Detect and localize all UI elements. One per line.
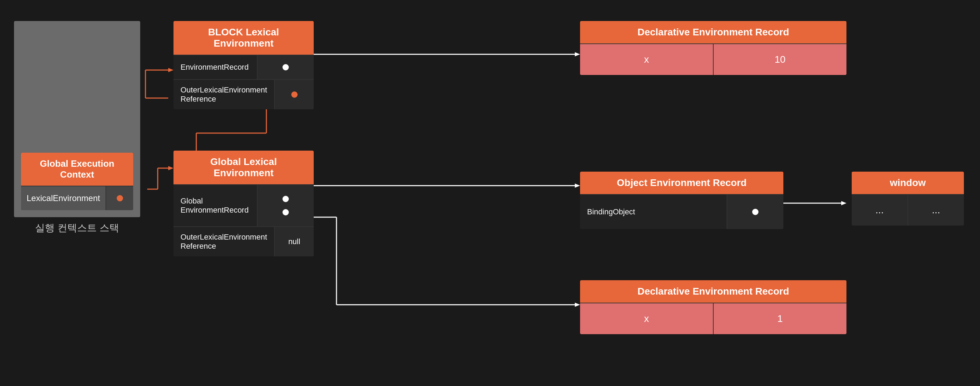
declarative-record-2-col1: x [580, 303, 714, 334]
declarative-record-1-row: x 10 [580, 43, 846, 75]
object-env-row: BindingObject [580, 194, 783, 229]
svg-marker-15 [575, 303, 580, 307]
block-env-record-row: EnvironmentRecord [173, 55, 314, 79]
exec-stack-label: 실행 컨텍스트 스택 [35, 221, 119, 235]
declarative-record-1-header: Declarative Environment Record [580, 21, 846, 43]
declarative-record-2-col2: 1 [714, 303, 846, 334]
global-env-record-label: Global EnvironmentRecord [173, 185, 258, 226]
svg-marker-3 [168, 166, 173, 170]
declarative-record-2: Declarative Environment Record x 1 [580, 280, 846, 334]
svg-marker-21 [168, 68, 173, 72]
object-env-dot [752, 209, 759, 215]
svg-marker-11 [575, 184, 580, 188]
global-lexical-header: Global Lexical Environment [173, 151, 314, 184]
block-env-record-label: EnvironmentRecord [173, 56, 258, 79]
exec-context-value [106, 186, 133, 210]
window-row: ... ... [852, 194, 964, 226]
exec-context-header: Global Execution Context [21, 153, 133, 186]
declarative-record-2-row: x 1 [580, 303, 846, 334]
exec-stack: Global Execution Context LexicalEnvironm… [14, 21, 140, 217]
global-env-top-dot [283, 196, 289, 202]
global-lexical-env: Global Lexical Environment Global Enviro… [173, 151, 314, 256]
block-lexical-header: BLOCK Lexical Environment [173, 21, 314, 55]
object-env-label: BindingObject [580, 195, 727, 229]
exec-context-label: LexicalEnvironment [21, 186, 106, 210]
global-env-record-row: Global EnvironmentRecord [173, 184, 314, 226]
global-outer-label: OuterLexicalEnvironment Reference [173, 227, 275, 256]
window-box: window ... ... [852, 172, 964, 226]
object-env-record: Object Environment Record BindingObject [580, 172, 783, 229]
block-outer-row: OuterLexicalEnvironment Reference [173, 79, 314, 109]
global-outer-value: null [275, 227, 314, 256]
block-lexical-env: BLOCK Lexical Environment EnvironmentRec… [173, 21, 314, 109]
window-header: window [852, 172, 964, 194]
block-outer-value [275, 80, 314, 109]
block-outer-label: OuterLexicalEnvironment Reference [173, 80, 275, 109]
block-outer-dot [291, 91, 298, 98]
block-env-record-value [258, 56, 314, 79]
global-env-bottom-dot [283, 209, 289, 215]
window-col1: ... [852, 195, 908, 226]
exec-context-box: Global Execution Context LexicalEnvironm… [21, 153, 133, 210]
lexical-env-dot [117, 195, 123, 202]
block-env-record-dot [283, 64, 289, 70]
global-outer-row: OuterLexicalEnvironment Reference null [173, 226, 314, 256]
object-env-value [727, 195, 783, 229]
declarative-record-1-col2: 10 [714, 44, 846, 75]
declarative-record-2-header: Declarative Environment Record [580, 280, 846, 303]
declarative-record-1: Declarative Environment Record x 10 [580, 21, 846, 75]
diagram-container: Global Execution Context LexicalEnvironm… [0, 0, 980, 386]
exec-context-row: LexicalEnvironment [21, 186, 133, 210]
declarative-record-1-col1: x [580, 44, 714, 75]
object-env-header: Object Environment Record [580, 172, 783, 194]
global-env-record-value [258, 185, 314, 226]
svg-marker-17 [841, 201, 846, 205]
svg-marker-5 [575, 52, 580, 56]
window-col2: ... [908, 195, 964, 226]
